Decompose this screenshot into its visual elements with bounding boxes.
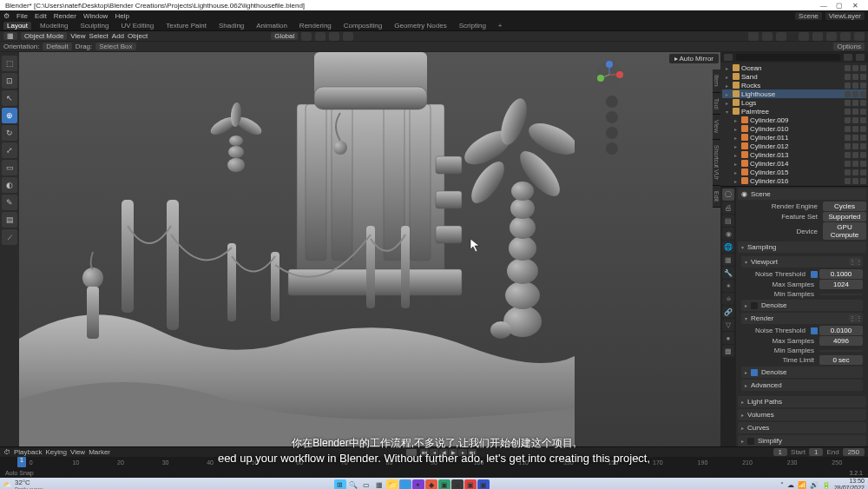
- npanel-tab-edit[interactable]: Edit: [713, 186, 720, 208]
- render-icon[interactable]: [860, 178, 866, 184]
- scene-selector[interactable]: Scene: [795, 12, 822, 20]
- visible-icon[interactable]: [845, 100, 851, 106]
- sec-lightpaths[interactable]: ▸Light Paths: [738, 396, 866, 407]
- selectable-icon[interactable]: [852, 117, 858, 123]
- auto-mirror-panel[interactable]: ▸ Auto Mirror: [669, 54, 719, 63]
- ptab-constraint[interactable]: 🔗: [722, 306, 734, 318]
- outliner-row[interactable]: ▸Cylinder.010: [722, 124, 866, 133]
- disclosure-icon[interactable]: ▸: [734, 161, 740, 167]
- frame-start[interactable]: 1: [809, 448, 823, 456]
- app-icon-3[interactable]: ▣: [451, 479, 464, 489]
- visible-icon[interactable]: [845, 169, 851, 175]
- tray-volume-icon[interactable]: 🔊: [810, 481, 819, 489]
- outliner-editor-type[interactable]: [724, 54, 733, 61]
- ptab-render[interactable]: 🖵: [722, 188, 734, 201]
- max-samples-value[interactable]: 1024: [819, 280, 863, 289]
- visible-icon[interactable]: [845, 126, 851, 132]
- vp-menu-view[interactable]: View: [70, 32, 85, 40]
- weather-widget[interactable]: ⛅ 32°C Partly sunny: [3, 479, 43, 490]
- device-value[interactable]: GPU Compute: [823, 222, 866, 240]
- disclosure-icon[interactable]: ▸: [734, 178, 740, 184]
- ptab-scene[interactable]: ◉: [722, 228, 734, 240]
- ptab-particle[interactable]: ✴: [722, 280, 734, 292]
- disclosure-icon[interactable]: ▸: [734, 143, 740, 149]
- visible-icon[interactable]: [845, 161, 851, 167]
- tool-7[interactable]: ◐: [2, 177, 17, 193]
- clock[interactable]: 13:50 28/07/2022: [834, 478, 865, 489]
- visible-icon[interactable]: [845, 117, 851, 123]
- render-icon[interactable]: [860, 117, 866, 123]
- noise-thresh-r-value[interactable]: 0.0100: [819, 326, 863, 335]
- selectable-icon[interactable]: [852, 126, 858, 132]
- outliner-row[interactable]: ▸Rocks: [722, 81, 866, 89]
- playhead[interactable]: 1: [17, 457, 26, 467]
- tab-rendering[interactable]: Rendering: [296, 22, 335, 30]
- tray-wifi-icon[interactable]: 📶: [798, 481, 806, 489]
- selectable-icon[interactable]: [852, 152, 858, 158]
- outliner-row[interactable]: ▸Ocean: [722, 63, 866, 72]
- sec-volumes[interactable]: ▸Volumes: [738, 409, 866, 420]
- shading-solid-button[interactable]: [826, 32, 837, 41]
- ptab-world[interactable]: 🌐: [722, 241, 734, 253]
- disclosure-icon[interactable]: ▸: [726, 100, 731, 106]
- visible-icon[interactable]: [845, 152, 851, 158]
- render-icon[interactable]: [860, 152, 866, 158]
- options-button[interactable]: Options: [833, 43, 865, 50]
- denoise-vp-check[interactable]: [751, 302, 758, 309]
- xray-button[interactable]: [799, 32, 809, 41]
- npanel-tab-view[interactable]: View: [713, 115, 720, 139]
- menu-render[interactable]: Render: [54, 12, 76, 20]
- disclosure-icon[interactable]: ▸: [734, 135, 740, 141]
- outliner-new-coll-icon[interactable]: [856, 54, 865, 61]
- ptab-viewlayer[interactable]: ▤: [722, 215, 734, 227]
- snap-button[interactable]: [315, 32, 326, 41]
- tab-shading[interactable]: Shading: [215, 22, 247, 30]
- outliner-row[interactable]: ▸Lighthouse: [722, 89, 866, 98]
- ptab-texture[interactable]: ▩: [722, 345, 734, 357]
- menu-help[interactable]: Help: [115, 12, 128, 20]
- sec-curves[interactable]: ▸Curves: [738, 422, 866, 433]
- tab-add[interactable]: +: [495, 22, 506, 30]
- sec-denoise-r[interactable]: ▸Denoise: [741, 367, 863, 378]
- feature-value[interactable]: Supported: [823, 212, 866, 221]
- denoise-r-check[interactable]: [751, 369, 758, 376]
- viewport[interactable]: ▸ Auto Mirror ItemToolViewShortcut VUrEd…: [19, 52, 720, 446]
- visible-icon[interactable]: [845, 109, 851, 115]
- shading-wire-button[interactable]: [812, 32, 823, 41]
- visible-icon[interactable]: [845, 178, 851, 184]
- edge-icon[interactable]: 🌐: [399, 479, 411, 489]
- vp-menu-add[interactable]: Add: [112, 32, 124, 40]
- selectable-icon[interactable]: [852, 100, 858, 106]
- tool-2[interactable]: ↖: [2, 90, 17, 106]
- frame-end[interactable]: 250: [843, 448, 865, 456]
- overlay-button[interactable]: [776, 32, 786, 41]
- outliner-row[interactable]: ▸Cylinder.009: [722, 116, 866, 124]
- ptab-output[interactable]: 🖨: [722, 202, 734, 214]
- proportional-button[interactable]: [343, 32, 353, 41]
- ptab-modifier[interactable]: 🔧: [722, 267, 734, 279]
- outliner-row[interactable]: ▸Cylinder.015: [722, 168, 866, 176]
- disclosure-icon[interactable]: ▸: [734, 152, 740, 158]
- tool-6[interactable]: ▭: [2, 160, 17, 175]
- disclosure-icon[interactable]: ▸: [734, 126, 740, 132]
- disclosure-icon[interactable]: ▸: [726, 91, 731, 97]
- visible-icon[interactable]: [845, 135, 851, 141]
- viewport-options-icon[interactable]: ⋮⋮: [849, 258, 859, 266]
- outliner-row[interactable]: ▸Sand: [722, 72, 866, 81]
- outliner-filter-icon[interactable]: [844, 54, 852, 61]
- selectable-icon[interactable]: [852, 83, 858, 89]
- sec-render[interactable]: ▾Render⋮⋮: [741, 313, 863, 324]
- outliner-row[interactable]: ▸Cylinder.013: [722, 150, 866, 159]
- tool-10[interactable]: ⟋: [2, 229, 17, 245]
- mode-selector[interactable]: Object Mode: [21, 32, 67, 40]
- render-icon[interactable]: [860, 74, 866, 80]
- sec-denoise-vp[interactable]: ▸Denoise: [741, 300, 863, 311]
- ptab-object[interactable]: ▦: [722, 254, 734, 266]
- menu-edit[interactable]: Edit: [35, 12, 47, 20]
- tray-battery-icon[interactable]: 🔋: [822, 481, 831, 489]
- tool-5[interactable]: ⤢: [2, 142, 17, 158]
- render-icon[interactable]: [860, 100, 866, 106]
- render-icon[interactable]: [860, 143, 866, 149]
- tab-compositing[interactable]: Compositing: [340, 22, 385, 30]
- max-samples-r-value[interactable]: 4096: [819, 336, 863, 346]
